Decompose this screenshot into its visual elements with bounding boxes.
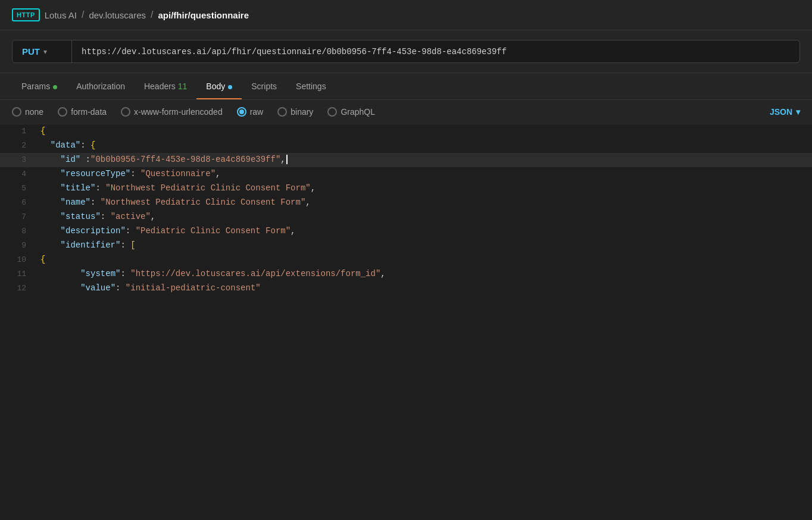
breadcrumb-workspace[interactable]: Lotus AI xyxy=(45,10,77,20)
code-line: 12 "value": "initial-pediatric-consent" xyxy=(0,281,812,296)
line-number: 12 xyxy=(0,281,36,295)
tab-headers[interactable]: Headers 11 xyxy=(135,73,196,99)
option-binary[interactable]: binary xyxy=(277,107,313,117)
line-content: "id" :"0b0b0956-7ff4-453e-98d8-ea4c869e3… xyxy=(36,153,812,166)
radio-form-data[interactable] xyxy=(58,107,67,117)
chevron-down-icon: ▾ xyxy=(43,48,47,56)
line-content: "description": "Pediatric Clinic Consent… xyxy=(36,224,812,237)
line-number: 4 xyxy=(0,167,36,181)
code-line: 8 "description": "Pediatric Clinic Conse… xyxy=(0,224,812,239)
body-options: none form-data x-www-form-urlencoded raw… xyxy=(0,100,812,124)
code-line: 1{ xyxy=(0,124,812,139)
tab-body[interactable]: Body xyxy=(196,73,242,99)
option-x-www[interactable]: x-www-form-urlencoded xyxy=(121,107,223,117)
format-selector[interactable]: JSON ▾ xyxy=(770,107,800,117)
params-dot xyxy=(53,85,57,89)
url-input[interactable] xyxy=(72,41,799,62)
code-line: 5 "title": "Northwest Pediatric Clinic C… xyxy=(0,181,812,196)
line-number: 8 xyxy=(0,224,36,238)
method-label: PUT xyxy=(22,46,40,57)
breadcrumb-collection[interactable]: dev.lotuscares xyxy=(89,10,146,20)
tabs-container: Params Authorization Headers 11 Body Scr… xyxy=(0,73,812,100)
code-line: 11 "system": "https://dev.lotuscares.ai/… xyxy=(0,267,812,281)
code-line: 7 "status": "active", xyxy=(0,210,812,224)
radio-none[interactable] xyxy=(12,107,21,117)
line-number: 11 xyxy=(0,267,36,281)
line-number: 10 xyxy=(0,253,36,267)
option-raw[interactable]: raw xyxy=(237,107,264,117)
line-content: "status": "active", xyxy=(36,210,812,223)
radio-graphql[interactable] xyxy=(327,107,337,117)
option-none[interactable]: none xyxy=(12,107,43,117)
line-number: 1 xyxy=(0,124,36,138)
line-content: "title": "Northwest Pediatric Clinic Con… xyxy=(36,181,812,195)
line-content: { xyxy=(36,253,812,266)
option-form-data[interactable]: form-data xyxy=(58,107,107,117)
code-line: 10{ xyxy=(0,253,812,267)
line-content: "identifier": [ xyxy=(36,239,812,252)
option-graphql[interactable]: GraphQL xyxy=(327,107,375,117)
code-editor[interactable]: 1{2 "data": {3 "id" :"0b0b0956-7ff4-453e… xyxy=(0,124,812,296)
line-number: 9 xyxy=(0,239,36,252)
chevron-down-icon: ▾ xyxy=(796,107,800,117)
radio-binary[interactable] xyxy=(277,107,287,117)
tab-scripts[interactable]: Scripts xyxy=(242,73,286,99)
line-content: { xyxy=(36,124,812,137)
code-line: 6 "name": "Northwest Pediatric Clinic Co… xyxy=(0,196,812,210)
line-content: "value": "initial-pediatric-consent" xyxy=(36,281,812,295)
line-number: 3 xyxy=(0,153,36,167)
method-selector[interactable]: PUT ▾ xyxy=(13,40,72,62)
line-content: "resourceType": "Questionnaire", xyxy=(36,167,812,180)
breadcrumb-bar: HTTP Lotus AI / dev.lotuscares / api/fhi… xyxy=(0,0,812,30)
tab-params[interactable]: Params xyxy=(12,73,67,99)
radio-x-www[interactable] xyxy=(121,107,130,117)
tab-settings[interactable]: Settings xyxy=(286,73,336,99)
code-line: 3 "id" :"0b0b0956-7ff4-453e-98d8-ea4c869… xyxy=(0,153,812,167)
line-content: "data": { xyxy=(36,139,812,152)
text-cursor xyxy=(286,155,288,164)
line-number: 7 xyxy=(0,210,36,224)
breadcrumb-sep2: / xyxy=(151,10,153,20)
breadcrumb-active: api/fhir/questionnaire xyxy=(158,10,249,20)
code-line: 9 "identifier": [ xyxy=(0,239,812,253)
url-bar-container: PUT ▾ xyxy=(0,30,812,73)
body-dot xyxy=(228,85,232,89)
url-bar: PUT ▾ xyxy=(12,40,800,63)
http-badge: HTTP xyxy=(12,8,40,21)
radio-raw[interactable] xyxy=(237,107,246,117)
line-number: 5 xyxy=(0,181,36,195)
tab-authorization[interactable]: Authorization xyxy=(67,73,135,99)
line-content: "system": "https://dev.lotuscares.ai/api… xyxy=(36,267,812,280)
code-line: 4 "resourceType": "Questionnaire", xyxy=(0,167,812,181)
code-line: 2 "data": { xyxy=(0,139,812,153)
line-number: 6 xyxy=(0,196,36,209)
line-content: "name": "Northwest Pediatric Clinic Cons… xyxy=(36,196,812,209)
line-number: 2 xyxy=(0,139,36,152)
breadcrumb-sep1: / xyxy=(82,10,84,20)
